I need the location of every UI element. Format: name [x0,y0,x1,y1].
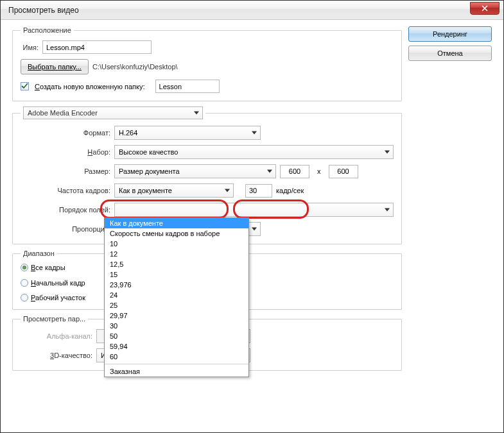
framerate-option[interactable]: 10 [105,239,248,249]
preset-value: Высокое качество [119,148,178,156]
framerate-option[interactable]: Заказная [105,366,248,377]
width-input[interactable] [280,165,309,178]
create-subfolder-label: Создать новую вложенную папку: [35,83,145,90]
framerate-dropdown[interactable]: Как в документеСкорость смены кадров в н… [104,217,249,377]
chevron-down-icon [267,170,272,173]
format-select[interactable]: H.264 [114,126,261,140]
radio-work-label: Рабочий участок [31,294,85,301]
location-group: Расположение Имя: Выбрать папку... C:\Us… [12,26,402,101]
framerate-option[interactable]: Как в документе [105,218,248,228]
framerate-option[interactable]: 60 [105,352,248,362]
framerate-option[interactable]: Скорость смены кадров в наборе [105,228,248,239]
window-title: Просмотреть видео [8,6,79,15]
alpha-label: Альфа-канал: [21,332,92,340]
create-subfolder-checkbox[interactable] [21,82,29,90]
close-button[interactable] [470,2,500,15]
framerate-option[interactable]: 23,976 [105,280,248,290]
framerate-option[interactable]: 24 [105,290,248,300]
subfolder-input[interactable] [155,80,220,93]
field-order-select[interactable] [114,203,394,217]
framerate-option[interactable]: 59,94 [105,341,248,352]
aspect-label: Пропорция: [39,225,110,233]
choose-folder-button[interactable]: Выбрать папку... [21,59,89,74]
chevron-down-icon [225,189,230,192]
close-icon [482,5,488,12]
size-select[interactable]: Размер документа [114,164,276,178]
preset-select[interactable]: Высокое качество [114,145,394,159]
name-label: Имя: [21,44,39,51]
folder-path: C:\Users\konfuziy\Desktop\ [92,63,178,71]
filename-input[interactable] [42,40,152,54]
encoder-select[interactable]: Adobe Media Encoder [23,106,203,119]
radio-icon [21,264,28,271]
framerate-option[interactable]: 29,97 [105,310,248,321]
chevron-down-icon [385,151,390,154]
radio-icon [21,294,28,301]
quality-label: 3D-качество: [21,352,92,359]
preview-legend: Просмотреть пар... [21,315,88,323]
size-label: Размер: [39,167,110,175]
framerate-option[interactable]: 12 [105,249,248,259]
location-legend: Расположение [21,26,74,34]
radio-start-label: Начальный кадр [31,279,85,287]
framerate-input[interactable] [245,184,272,198]
height-input[interactable] [329,165,358,178]
chevron-down-icon [385,208,390,212]
format-value: H.264 [119,129,137,137]
framerate-option[interactable]: 12,5 [105,259,248,269]
chevron-down-icon [194,112,199,115]
radio-all-label: Все кадры [31,264,65,271]
check-icon [21,83,28,90]
preset-label: Набор: [39,148,110,156]
render-button[interactable]: Рендеринг [408,26,492,42]
encoder-value: Adobe Media Encoder [28,109,98,117]
radio-icon [21,279,28,287]
titlebar: Просмотреть видео [1,1,503,20]
format-label: Формат: [39,129,110,137]
dimension-x: x [317,167,321,175]
cancel-button[interactable]: Отмена [408,46,492,61]
chevron-down-icon [252,132,257,135]
framerate-option[interactable]: 25 [105,300,248,310]
framerate-option[interactable]: 30 [105,321,248,331]
framerate-unit: кадр/сек [276,187,304,194]
chevron-down-icon [252,228,257,231]
field-order-label: Порядок полей: [39,206,110,214]
framerate-value: Как в документе [119,187,172,194]
framerate-label: Частота кадров: [39,187,110,194]
framerate-option[interactable]: 50 [105,331,248,341]
range-legend: Диапазон [21,250,57,257]
framerate-option[interactable]: 15 [105,269,248,280]
size-value: Размер документа [119,167,180,175]
framerate-select[interactable]: Как в документе [114,183,234,198]
